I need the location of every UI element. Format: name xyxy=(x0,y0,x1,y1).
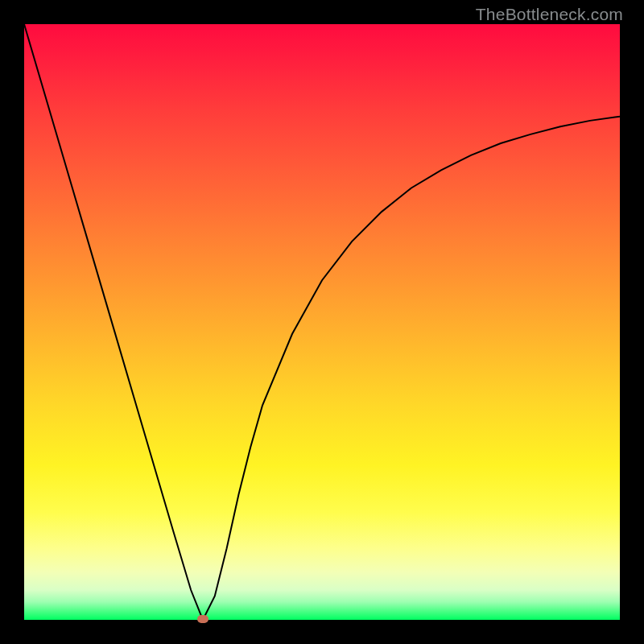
optimum-marker xyxy=(197,615,208,623)
plot-area xyxy=(24,24,620,620)
chart-frame: TheBottleneck.com xyxy=(0,0,644,644)
watermark-text: TheBottleneck.com xyxy=(476,5,623,24)
